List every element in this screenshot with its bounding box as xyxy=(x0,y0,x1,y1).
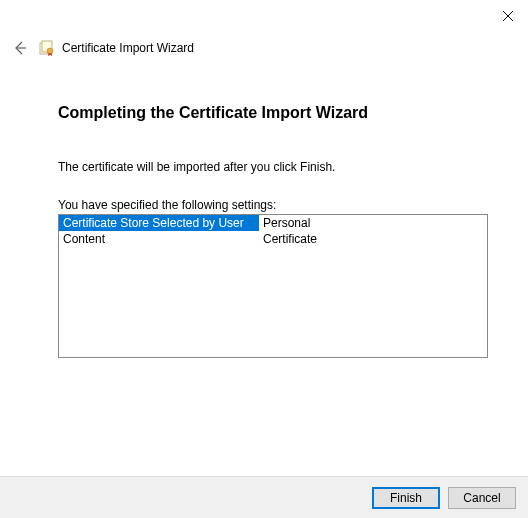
setting-value: Certificate xyxy=(259,231,487,247)
close-button[interactable] xyxy=(498,6,518,26)
settings-label: You have specified the following setting… xyxy=(58,198,490,212)
setting-value: Personal xyxy=(259,215,487,231)
back-button[interactable] xyxy=(10,38,30,58)
window-title: Certificate Import Wizard xyxy=(62,41,194,55)
page-heading: Completing the Certificate Import Wizard xyxy=(58,104,490,122)
arrow-left-icon xyxy=(12,40,28,56)
table-row[interactable]: Certificate Store Selected by UserPerson… xyxy=(59,215,487,231)
cancel-button[interactable]: Cancel xyxy=(448,487,516,509)
setting-key: Certificate Store Selected by User xyxy=(59,215,259,231)
table-row[interactable]: ContentCertificate xyxy=(59,231,487,247)
close-icon xyxy=(503,11,513,21)
header: Certificate Import Wizard xyxy=(10,38,194,58)
setting-key: Content xyxy=(59,231,259,247)
content-area: Completing the Certificate Import Wizard… xyxy=(58,104,490,358)
description-text: The certificate will be imported after y… xyxy=(58,160,490,174)
footer: Finish Cancel xyxy=(0,476,528,518)
certificate-wizard-icon xyxy=(38,40,54,56)
settings-listbox[interactable]: Certificate Store Selected by UserPerson… xyxy=(58,214,488,358)
settings-table: Certificate Store Selected by UserPerson… xyxy=(59,215,487,247)
finish-button[interactable]: Finish xyxy=(372,487,440,509)
